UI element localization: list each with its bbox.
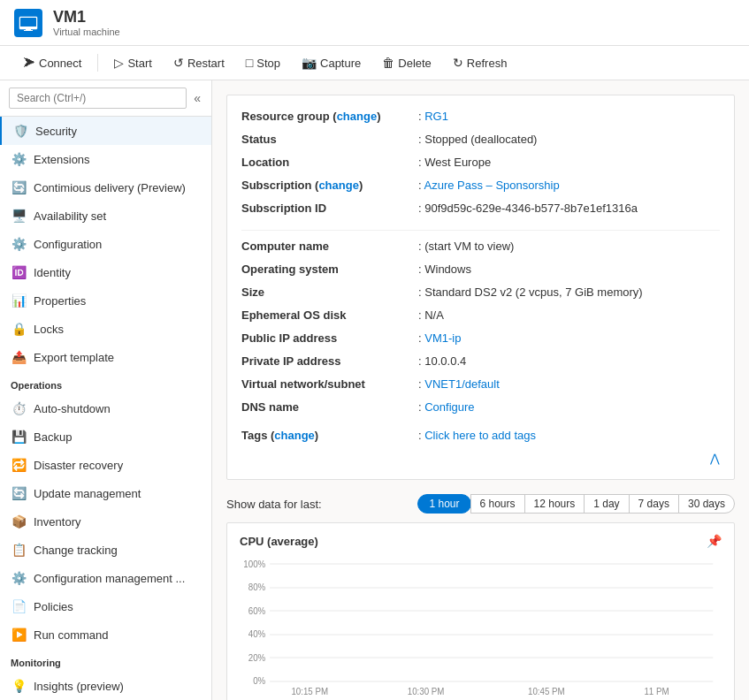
os-row: Operating system : Windows <box>241 262 720 282</box>
private-ip-label: Private IP address <box>241 354 418 368</box>
size-value: : Standard DS2 v2 (2 vcpus, 7 GiB memory… <box>418 285 643 299</box>
cpu-pin-icon[interactable]: 📌 <box>707 534 722 548</box>
connect-label: Connect <box>39 57 81 70</box>
subscription-link[interactable]: Azure Pass – Sponsorship <box>424 179 560 192</box>
cpu-chart-title: CPU (average) <box>240 535 318 548</box>
capture-button[interactable]: 📷 Capture <box>293 51 370 74</box>
tags-add-link[interactable]: Click here to add tags <box>424 429 536 442</box>
sidebar-item-update-label: Update management <box>34 487 141 500</box>
policies-icon: 📄 <box>11 598 27 614</box>
sidebar-item-security[interactable]: 🛡️ Security <box>0 117 211 145</box>
subscription-row: Subscription (change) : Azure Pass – Spo… <box>241 179 720 198</box>
change-tracking-icon: 📋 <box>11 542 27 558</box>
content-area: Resource group (change) : RG1 Status : S… <box>212 80 749 700</box>
tags-label: Tags (change) <box>241 429 418 442</box>
vm-name: VM1 <box>53 8 120 27</box>
svg-rect-3 <box>24 30 33 31</box>
sidebar-item-extensions[interactable]: ⚙️ Extensions <box>0 145 211 173</box>
svg-rect-2 <box>26 28 31 30</box>
sidebar-item-auto-shutdown[interactable]: ⏱️ Auto-shutdown <box>0 394 211 422</box>
sidebar-item-change-tracking[interactable]: 📋 Change tracking <box>0 536 211 564</box>
size-label: Size <box>241 285 418 299</box>
disaster-recovery-icon: 🔁 <box>11 457 27 473</box>
vnet-link[interactable]: VNET1/default <box>424 377 500 391</box>
svg-text:80%: 80% <box>248 582 266 592</box>
sidebar-item-properties[interactable]: 📊 Properties <box>0 286 211 315</box>
cpu-chart-svg: 100% 80% 60% 40% 20% 0% 10:15 PM 10:30 P… <box>240 555 722 696</box>
delete-button[interactable]: 🗑 Delete <box>373 51 440 74</box>
time-btn-7days[interactable]: 7 days <box>629 494 679 514</box>
sidebar-item-policies[interactable]: 📄 Policies <box>0 592 211 620</box>
metrics-header: Show data for last: 1 hour 6 hours 12 ho… <box>226 494 735 514</box>
time-btn-30days[interactable]: 30 days <box>678 494 735 514</box>
restart-label: Restart <box>187 57 225 70</box>
export-template-icon: 📤 <box>11 349 27 365</box>
public-ip-link[interactable]: VM1-ip <box>424 331 461 345</box>
sidebar-scroll: 🛡️ Security ⚙️ Extensions 🔄 Contimious d… <box>0 117 211 700</box>
sidebar-item-insights-label: Insights (preview) <box>34 680 124 693</box>
sidebar-item-locks[interactable]: 🔒 Locks <box>0 315 211 343</box>
sidebar-item-availability-set[interactable]: 🖥️ Availability set <box>0 202 211 230</box>
computer-name-label: Computer name <box>241 240 418 253</box>
svg-text:40%: 40% <box>248 629 266 639</box>
insights-icon: 💡 <box>11 678 27 694</box>
sidebar-item-backup-label: Backup <box>34 430 72 444</box>
os-value: : Windows <box>418 262 471 276</box>
dns-link[interactable]: Configure <box>424 400 474 414</box>
collapse-info-button[interactable]: ⋀ <box>241 452 720 465</box>
sidebar-item-insights[interactable]: 💡 Insights (preview) <box>0 672 211 700</box>
time-btn-1day[interactable]: 1 day <box>584 494 629 514</box>
connect-icon: ⮞ <box>23 56 35 70</box>
sidebar-item-backup[interactable]: 💾 Backup <box>0 422 211 451</box>
public-ip-row: Public IP address : VM1-ip <box>241 331 720 351</box>
refresh-icon: ↻ <box>453 56 463 70</box>
search-input[interactable] <box>9 88 187 109</box>
update-management-icon: 🔄 <box>11 485 27 501</box>
computer-name-value: : (start VM to view) <box>418 240 514 253</box>
time-btn-12hours[interactable]: 12 hours <box>524 494 585 514</box>
sidebar-item-disaster-recovery[interactable]: 🔁 Disaster recovery <box>0 451 211 479</box>
refresh-label: Refresh <box>467 57 508 70</box>
show-data-label: Show data for last: <box>226 498 322 511</box>
stop-button[interactable]: □ Stop <box>237 51 289 74</box>
sidebar-item-update-management[interactable]: 🔄 Update management <box>0 479 211 507</box>
sidebar: « 🛡️ Security ⚙️ Extensions 🔄 Contimious… <box>0 80 212 700</box>
svg-text:11 PM: 11 PM <box>644 687 669 696</box>
sidebar-item-security-label: Security <box>35 125 77 138</box>
vm-subtitle: Virtual machine <box>53 27 120 37</box>
sidebar-item-export-template[interactable]: 📤 Export template <box>0 343 211 371</box>
restart-button[interactable]: ↺ Restart <box>164 51 233 74</box>
sidebar-item-dr-label: Disaster recovery <box>34 459 123 472</box>
svg-text:10:15 PM: 10:15 PM <box>291 687 328 696</box>
status-label: Status <box>241 133 418 146</box>
sidebar-item-config-management[interactable]: ⚙️ Configuration management ... <box>0 564 211 592</box>
ephemeral-row: Ephemeral OS disk : N/A <box>241 308 720 328</box>
sidebar-item-ct-label: Change tracking <box>34 544 118 557</box>
locks-icon: 🔒 <box>11 321 27 337</box>
sidebar-item-identity[interactable]: 🆔 Identity <box>0 258 211 286</box>
start-button[interactable]: ▷ Start <box>105 51 160 74</box>
cpu-chart-card: CPU (average) 📌 100% 80% 60% 40% 20% 0% <box>226 522 735 700</box>
subscription-change-link[interactable]: change <box>318 179 359 192</box>
size-row: Size : Standard DS2 v2 (2 vcpus, 7 GiB m… <box>241 285 720 305</box>
restart-icon: ↺ <box>173 56 184 70</box>
time-btn-1hour[interactable]: 1 hour <box>417 494 470 514</box>
sidebar-item-inventory[interactable]: 📦 Inventory <box>0 507 211 536</box>
sidebar-item-configuration[interactable]: ⚙️ Configuration <box>0 230 211 258</box>
sidebar-item-continuous-delivery[interactable]: 🔄 Contimious delivery (Preview) <box>0 173 211 202</box>
sidebar-item-run-command[interactable]: ▶️ Run command <box>0 620 211 649</box>
refresh-button[interactable]: ↻ Refresh <box>444 51 516 74</box>
availability-icon: 🖥️ <box>11 208 27 224</box>
time-btn-6hours[interactable]: 6 hours <box>470 494 525 514</box>
resource-group-link[interactable]: RG1 <box>424 110 448 123</box>
tags-change-link[interactable]: change <box>274 429 315 442</box>
resource-group-change-link[interactable]: change <box>337 110 378 123</box>
cpu-chart-header: CPU (average) 📌 <box>240 534 722 548</box>
delete-icon: 🗑 <box>382 56 394 70</box>
collapse-sidebar-button[interactable]: « <box>192 89 203 107</box>
sidebar-item-cd-label: Contimious delivery (Preview) <box>34 181 186 194</box>
vnet-value: : VNET1/default <box>418 377 500 391</box>
subscription-label: Subscription (change) <box>241 179 418 192</box>
connect-button[interactable]: ⮞ Connect <box>14 51 90 74</box>
tags-value: : Click here to add tags <box>418 429 536 442</box>
